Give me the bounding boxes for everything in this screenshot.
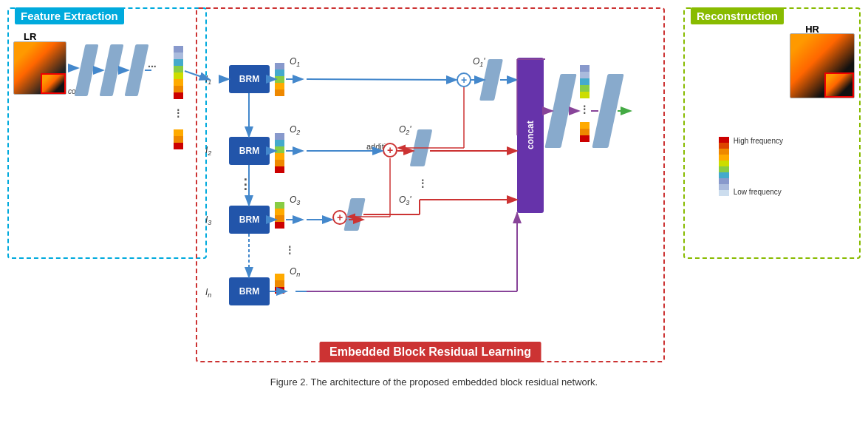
o1-label: O1 — [290, 56, 300, 68]
brm-4: BRM — [229, 277, 270, 305]
plus-o1: + — [457, 72, 471, 87]
brm-1: BRM — [229, 65, 270, 93]
feat-after-brm2 — [275, 133, 284, 173]
o3-label: O3 — [290, 195, 300, 206]
i3-label: I3 — [205, 214, 211, 226]
ebrl-label: Embedded Block Residual Learning — [319, 342, 541, 362]
feat-recon-1 — [580, 65, 590, 98]
high-freq-label: High frequency — [734, 137, 783, 145]
brm-2: BRM — [229, 137, 270, 165]
concat-block: concat — [517, 58, 544, 213]
o2p-label: O2' — [399, 124, 411, 136]
ebrl-box: Embedded Block Residual Learning — [196, 7, 665, 362]
feat-after-brm4 — [275, 274, 284, 294]
feat-dots: ⋮ — [173, 107, 183, 119]
feat-after-brm1 — [275, 63, 284, 96]
feat-map-1 — [174, 46, 183, 99]
diagram-container: Feature Extraction Embedded Block Residu… — [0, 0, 868, 392]
lr-zoom-box — [41, 73, 66, 94]
lr-image — [13, 41, 66, 95]
brm-3: BRM — [229, 206, 270, 234]
i2-label: I2 — [205, 145, 211, 157]
plus-o2: + — [383, 143, 397, 158]
o2-label: O2 — [290, 124, 300, 136]
reconstruction-label: Reconstruction — [691, 7, 784, 24]
recon-dots: ⋮ — [579, 104, 590, 115]
legend: High frequency Low frequency — [719, 137, 783, 196]
lr-label: LR — [24, 31, 36, 42]
pipeline-dots-3: ⋮ — [417, 178, 428, 189]
pipeline-dots-1: ⋮ — [239, 176, 252, 192]
low-freq-label: Low frequency — [734, 188, 783, 196]
o3p-label: O3' — [399, 195, 411, 206]
in-label: In — [205, 287, 211, 299]
hr-image — [790, 33, 855, 98]
feat-after-brm3 — [275, 202, 284, 229]
feat-map-2 — [174, 129, 183, 149]
conv-dots: ··· — [148, 61, 157, 72]
feat-recon-2 — [580, 122, 590, 142]
pipeline-dots-2: ⋮ — [284, 244, 295, 256]
on-label: On — [290, 266, 300, 278]
hr-zoom-box — [824, 72, 854, 98]
figure-caption: Figure 2. The architecture of the propos… — [0, 376, 868, 388]
feature-extraction-label: Feature Extraction — [15, 7, 124, 24]
i1-label: I1 — [205, 74, 211, 86]
o1p-label: O1' — [473, 56, 485, 68]
